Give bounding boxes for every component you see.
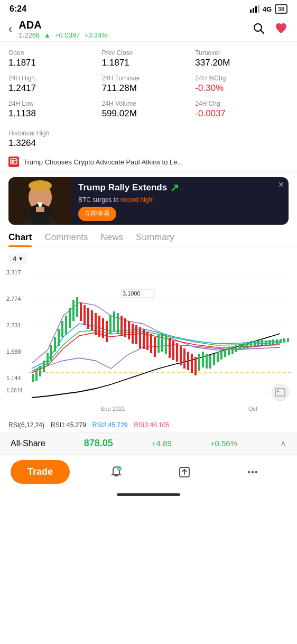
banner-ad[interactable]: Trump Rally Extends ↗ BTC surges to reco… (8, 177, 289, 225)
trade-button[interactable]: Trade (11, 460, 70, 484)
network-label: 4G (263, 5, 272, 13)
chart-period-selector[interactable]: 4 ▼ (8, 254, 27, 264)
stat-24h-chg-value: -0.0037 (195, 108, 289, 119)
svg-rect-55 (132, 324, 134, 344)
news-ticker-icon (8, 157, 19, 167)
chart-period-chevron: ▼ (18, 256, 23, 262)
svg-rect-48 (106, 321, 108, 342)
share-icon[interactable] (175, 463, 194, 482)
svg-rect-72 (194, 357, 197, 375)
battery-indicator: 38 (275, 4, 287, 14)
status-right: 4G 38 (250, 4, 287, 14)
header-title-area: ADA 1.2268 ▲ +0.0397 +3.34% (18, 19, 253, 39)
svg-rect-80 (224, 348, 226, 357)
bottom-ticker-bar[interactable]: All-Share 878.05 +4.89 +0.56% ∧ (0, 432, 297, 455)
stat-24h-pct-chg-label: 24H %Chg (195, 75, 289, 82)
bottom-ticker-chevron[interactable]: ∧ (280, 438, 286, 448)
svg-rect-96 (283, 338, 285, 343)
stat-24h-low-label: 24H Low (8, 100, 102, 107)
svg-rect-85 (243, 343, 245, 349)
svg-rect-86 (246, 342, 248, 348)
bottom-nav-icons (82, 463, 286, 482)
stat-prev-close-label: Prev Close (102, 49, 196, 57)
tab-summary[interactable]: Summary (136, 232, 174, 247)
svg-rect-82 (231, 346, 234, 354)
svg-rect-87 (250, 341, 252, 347)
svg-rect-42 (83, 305, 86, 325)
banner-person-image (8, 177, 72, 225)
stat-turnover: Turnover 337.20M (195, 46, 289, 71)
svg-rect-3 (258, 5, 259, 13)
ticker-price: 1.2268 (18, 31, 40, 39)
svg-rect-53 (124, 318, 126, 337)
chart-area: 4 ▼ 3.317 2.774 2.231 1.688 1.144 (0, 247, 297, 418)
banner-title: Trump Rally Extends ↗ (78, 181, 282, 194)
tab-chart[interactable]: Chart (8, 232, 32, 247)
svg-rect-36 (61, 321, 63, 337)
search-icon[interactable] (253, 22, 265, 36)
svg-text:3.317: 3.317 (6, 269, 21, 275)
svg-rect-51 (117, 313, 119, 334)
svg-rect-47 (102, 318, 104, 338)
stat-open: Open 1.1871 (8, 46, 102, 71)
status-time: 6:24 (10, 4, 26, 14)
home-indicator (0, 489, 297, 499)
banner-cta-button[interactable]: 立即查看 (78, 207, 116, 221)
svg-rect-34 (54, 337, 56, 352)
tab-news[interactable]: News (101, 232, 124, 247)
svg-rect-28 (32, 374, 34, 382)
more-icon[interactable] (243, 463, 262, 482)
banner-arrow-icon: ↗ (170, 181, 179, 194)
stat-historical-high-label: Historical High (8, 130, 289, 137)
stat-turnover-value: 337.20M (195, 58, 289, 68)
stat-24h-pct-chg: 24H %Chg -0.30% (195, 71, 289, 97)
news-ticker-text: Trump Chooses Crypto Advocate Paul Atkin… (23, 158, 183, 166)
svg-rect-58 (143, 329, 145, 349)
stat-prev-close-value: 1.1871 (102, 58, 196, 68)
chart-canvas: 3.317 2.774 2.231 1.688 1.144 (5, 268, 292, 416)
svg-rect-94 (276, 339, 278, 344)
svg-rect-45 (95, 313, 97, 335)
svg-line-5 (261, 30, 264, 33)
back-button[interactable]: ‹ (8, 22, 12, 36)
svg-rect-75 (206, 354, 208, 369)
svg-text:3.1000: 3.1000 (123, 290, 141, 297)
tab-comments[interactable]: Comments (44, 232, 88, 247)
svg-text:Oct: Oct (248, 406, 257, 412)
rsi-row: RSI(6,12,24) RSI1:45.279 RSI2:45.729 RSI… (0, 418, 297, 432)
svg-rect-61 (154, 337, 156, 357)
svg-rect-77 (213, 354, 215, 365)
svg-text:Sep 2021: Sep 2021 (100, 406, 125, 412)
svg-rect-1 (253, 8, 254, 13)
svg-rect-88 (254, 341, 256, 346)
svg-rect-2 (255, 6, 257, 13)
svg-point-110 (247, 471, 249, 473)
favorite-icon[interactable] (274, 21, 289, 38)
stat-24h-chg-label: 24H Chg (195, 100, 289, 107)
bell-icon[interactable] (107, 463, 126, 482)
banner-close-button[interactable]: ✕ (278, 180, 284, 189)
svg-point-103 (272, 384, 289, 401)
svg-rect-83 (235, 345, 237, 352)
svg-point-105 (277, 390, 279, 392)
stat-24h-high: 24H High 1.2417 (8, 71, 102, 97)
svg-rect-62 (157, 334, 160, 353)
rsi2-value: RSI2:45.729 (92, 421, 128, 429)
stat-24h-low: 24H Low 1.1138 (8, 97, 102, 122)
svg-rect-97 (287, 338, 289, 342)
ticker-name: ADA (18, 19, 253, 31)
stat-24h-volume-label: 24H Volume (102, 100, 196, 107)
svg-rect-71 (191, 354, 193, 373)
chart-svg: 3.317 2.774 2.231 1.688 1.144 (5, 268, 292, 416)
ticker-price-row: 1.2268 ▲ +0.0397 +3.34% (18, 31, 253, 39)
svg-rect-16 (36, 207, 44, 212)
banner-subtitle-highlight: record high! (120, 196, 154, 204)
news-ticker[interactable]: Trump Chooses Crypto Advocate Paul Atkin… (0, 152, 297, 172)
header-icons (253, 21, 289, 38)
svg-rect-49 (109, 315, 112, 334)
svg-rect-93 (272, 339, 274, 344)
bottom-ticker-price: 878.05 (84, 438, 113, 449)
svg-rect-59 (146, 332, 148, 350)
bottom-ticker-change2: +0.56% (210, 439, 237, 448)
stat-open-label: Open (8, 49, 102, 57)
